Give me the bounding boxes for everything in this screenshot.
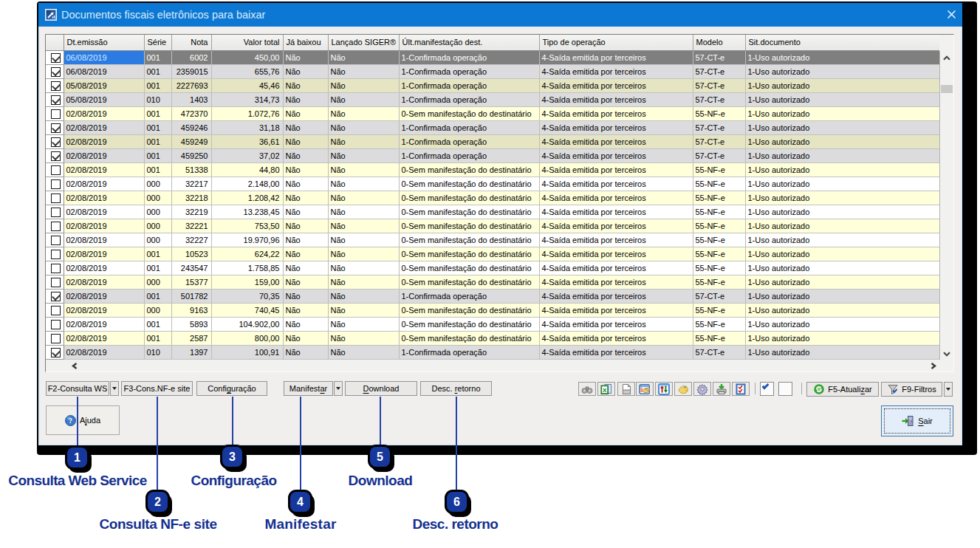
svg-text:?: ?	[69, 417, 72, 425]
svg-text:X: X	[603, 386, 607, 393]
